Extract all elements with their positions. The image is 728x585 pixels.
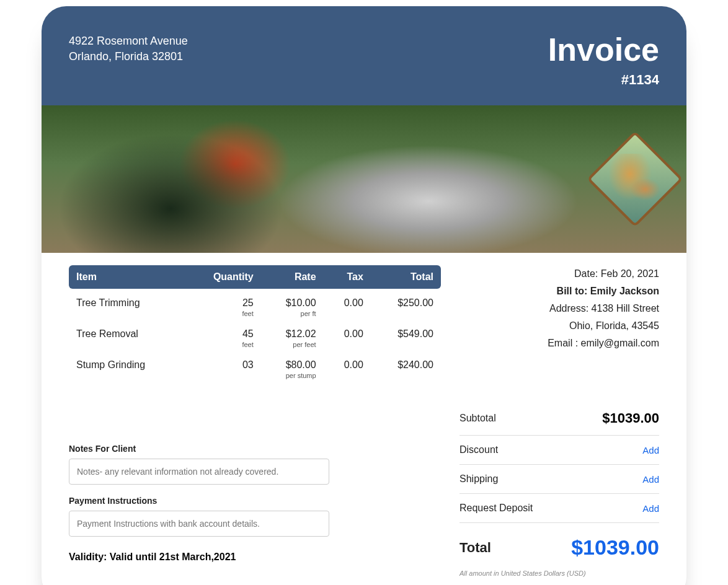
shipping-row: Shipping Add: [459, 465, 659, 494]
item-total: $549.00: [371, 320, 441, 351]
item-tax: 0.00: [324, 351, 371, 382]
discount-row: Discount Add: [459, 436, 659, 465]
bill-address-line2: Ohio, Florida, 43545: [459, 317, 659, 335]
col-quantity: Quantity: [185, 265, 261, 289]
item-qty: 03: [185, 351, 261, 382]
items-table: Item Quantity Rate Tax Total Tree Trimmi…: [69, 265, 441, 382]
table-row: Stump Grinding 03 $80.00per stump 0.00 $…: [69, 351, 441, 382]
item-name: Tree Trimming: [69, 289, 185, 320]
item-rate: $80.00per stump: [261, 351, 324, 382]
invoice-body: Item Quantity Rate Tax Total Tree Trimmi…: [42, 253, 686, 585]
bill-info: Date: Feb 20, 2021 Bill to: Emily Jackso…: [459, 265, 659, 352]
sender-address-line2: Orlando, Florida 32801: [69, 49, 188, 64]
add-deposit-link[interactable]: Add: [642, 503, 659, 514]
item-total: $240.00: [371, 351, 441, 382]
item-rate: $12.02per feet: [261, 320, 324, 351]
bill-email: Email : emily@gmail.com: [459, 335, 659, 352]
validity-line: Validity: Valid until 21st March,2021: [69, 552, 441, 563]
invoice-title: Invoice: [548, 33, 659, 66]
bill-to: Bill to: Emily Jackson: [459, 283, 659, 300]
deposit-row: Request Deposit Add: [459, 494, 659, 523]
invoice-card: 4922 Rosemont Avenue Orlando, Florida 32…: [42, 6, 686, 585]
left-column: Item Quantity Rate Tax Total Tree Trimmi…: [69, 265, 441, 577]
sender-address: 4922 Rosemont Avenue Orlando, Florida 32…: [69, 33, 188, 64]
invoice-number: #1134: [548, 72, 659, 88]
subtotal-label: Subtotal: [459, 413, 496, 424]
notes-section: Notes For Client Payment Instructions Va…: [69, 444, 441, 563]
notes-input[interactable]: [69, 459, 329, 485]
sender-address-line1: 4922 Rosemont Avenue: [69, 33, 188, 49]
notes-label: Notes For Client: [69, 444, 441, 454]
company-logo-icon: [587, 131, 683, 227]
invoice-date: Date: Feb 20, 2021: [459, 265, 659, 283]
col-item: Item: [69, 265, 185, 289]
item-name: Tree Removal: [69, 320, 185, 351]
table-row: Tree Trimming 25feet $10.00per ft 0.00 $…: [69, 289, 441, 320]
payment-input[interactable]: [69, 511, 329, 537]
subtotal-value: $1039.00: [602, 410, 659, 426]
item-qty: 45feet: [185, 320, 261, 351]
total-value: $1039.00: [571, 535, 659, 560]
col-total: Total: [371, 265, 441, 289]
add-shipping-link[interactable]: Add: [642, 474, 659, 485]
deposit-label: Request Deposit: [459, 503, 533, 514]
item-tax: 0.00: [324, 320, 371, 351]
invoice-title-block: Invoice #1134: [548, 33, 659, 88]
totals-section: Subtotal $1039.00 Discount Add Shipping …: [459, 402, 659, 577]
subtotal-row: Subtotal $1039.00: [459, 402, 659, 436]
table-row: Tree Removal 45feet $12.02per feet 0.00 …: [69, 320, 441, 351]
col-rate: Rate: [261, 265, 324, 289]
col-tax: Tax: [324, 265, 371, 289]
shipping-label: Shipping: [459, 473, 498, 485]
item-total: $250.00: [371, 289, 441, 320]
total-label: Total: [459, 540, 491, 556]
discount-label: Discount: [459, 444, 498, 455]
hero-image: [42, 105, 686, 253]
add-discount-link[interactable]: Add: [642, 445, 659, 455]
total-row: Total $1039.00: [459, 523, 659, 565]
validity-value: Valid until 21st March,2021: [110, 552, 236, 562]
currency-note: All amount in United States Dollars (USD…: [459, 570, 659, 577]
item-name: Stump Grinding: [69, 351, 185, 382]
right-column: Date: Feb 20, 2021 Bill to: Emily Jackso…: [459, 265, 659, 577]
item-rate: $10.00per ft: [261, 289, 324, 320]
validity-label: Validity:: [69, 552, 110, 562]
item-qty: 25feet: [185, 289, 261, 320]
invoice-header: 4922 Rosemont Avenue Orlando, Florida 32…: [42, 6, 686, 105]
table-header-row: Item Quantity Rate Tax Total: [69, 265, 441, 289]
payment-label: Payment Instructions: [69, 496, 441, 506]
item-tax: 0.00: [324, 289, 371, 320]
bill-address-line1: Address: 4138 Hill Street: [459, 300, 659, 317]
